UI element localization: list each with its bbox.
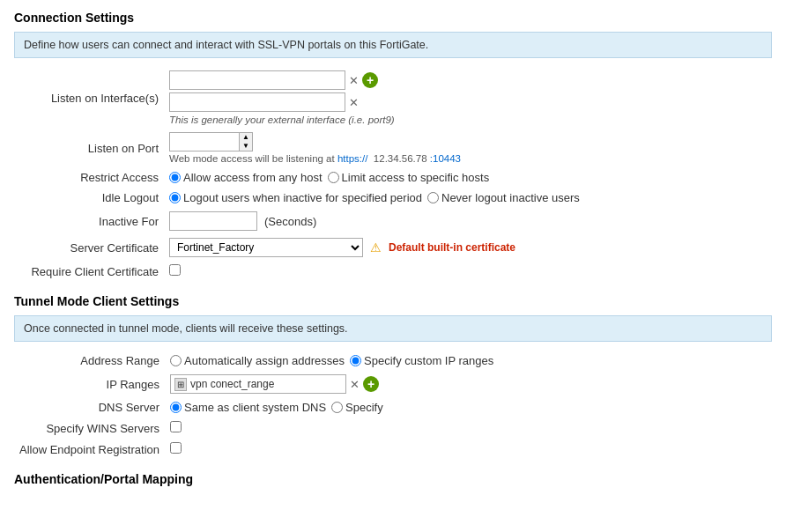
connection-settings-title: Connection Settings — [14, 11, 772, 25]
require-client-cert-checkbox[interactable] — [169, 264, 181, 276]
allow-endpoint-value — [165, 439, 772, 460]
inactive-for-unit: (Seconds) — [264, 215, 316, 228]
warning-icon: ⚠ — [370, 240, 382, 255]
listen-interface-clear2-button[interactable]: ✕ — [349, 97, 359, 108]
restrict-access-radio2[interactable] — [328, 172, 339, 183]
tunnel-mode-title: Tunnel Mode Client Settings — [14, 294, 772, 308]
tunnel-mode-section: Tunnel Mode Client Settings Once connect… — [14, 294, 772, 460]
port-spinner: ▲ ▼ — [240, 132, 253, 151]
dns-server-radio-group: Same as client system DNS Specify — [170, 401, 767, 414]
specify-wins-row: Specify WINS Servers — [14, 417, 772, 439]
require-client-cert-label: Require Client Certificate — [14, 261, 164, 282]
require-client-cert-row: Require Client Certificate — [14, 261, 772, 282]
dns-server-option2[interactable]: Specify — [331, 401, 383, 414]
restrict-access-radio-group: Allow access from any host Limit access … — [169, 171, 767, 184]
listen-port-label: Listen on Port — [14, 129, 164, 167]
connection-settings-section: Connection Settings Define how users can… — [14, 11, 772, 282]
allow-endpoint-label: Allow Endpoint Registration — [14, 439, 165, 460]
listen-interface-value: ✕ + ✕ This is generally your external in… — [164, 67, 772, 129]
idle-logout-radio-group: Logout users when inactive for specified… — [169, 191, 767, 204]
listen-interface-hint: This is generally your external interfac… — [169, 115, 767, 125]
specify-wins-checkbox[interactable] — [170, 421, 182, 432]
address-range-row: Address Range Automatically assign addre… — [14, 351, 772, 371]
require-client-cert-value — [164, 261, 772, 282]
idle-logout-value: Logout users when inactive for specified… — [164, 188, 772, 208]
inactive-for-label: Inactive For — [14, 208, 164, 234]
server-cert-label: Server Certificate — [14, 234, 164, 261]
idle-logout-radio2[interactable] — [427, 192, 439, 203]
cert-row: Fortinet_Factory ⚠ Default built-in cert… — [169, 238, 767, 257]
ip-ranges-value: ⊞ vpn conect_range ✕ + — [165, 371, 772, 397]
address-range-radio2[interactable] — [350, 355, 361, 366]
tunnel-mode-banner: Once connected in tunnel mode, clients w… — [14, 315, 772, 342]
ip-ranges-row: IP Ranges ⊞ vpn conect_range ✕ + — [14, 371, 772, 397]
address-range-option1-label: Automatically assign addresses — [184, 354, 345, 367]
port-decrement-button[interactable]: ▼ — [240, 142, 252, 151]
idle-logout-option2-label: Never logout inactive users — [441, 191, 580, 204]
ip-ranges-add-button[interactable]: + — [363, 376, 379, 392]
address-range-option1[interactable]: Automatically assign addresses — [170, 354, 345, 367]
restrict-access-label: Restrict Access — [14, 167, 164, 188]
listen-interface-add-button[interactable]: + — [362, 72, 378, 88]
idle-logout-option2[interactable]: Never logout inactive users — [427, 191, 580, 204]
server-cert-row: Server Certificate Fortinet_Factory ⚠ De… — [14, 234, 772, 261]
server-cert-warning: Default built-in certificate — [389, 241, 515, 254]
restrict-access-radio1[interactable] — [169, 172, 181, 183]
connection-settings-banner: Define how users can connect and interac… — [14, 32, 772, 58]
inactive-for-value: 15 (Seconds) — [164, 208, 772, 234]
restrict-access-option1-label: Allow access from any host — [183, 171, 323, 184]
dns-server-value: Same as client system DNS Specify — [165, 397, 772, 417]
web-mode-hint: Web mode access will be listening at htt… — [169, 153, 767, 164]
inactive-for-input[interactable]: 15 — [169, 211, 257, 231]
ip-ranges-label: IP Ranges — [14, 371, 165, 397]
specify-wins-value — [165, 417, 772, 439]
tag-icon: ⊞ — [174, 378, 187, 391]
tunnel-mode-table: Address Range Automatically assign addre… — [14, 351, 772, 460]
server-cert-select[interactable]: Fortinet_Factory — [169, 238, 363, 257]
dns-server-radio2[interactable] — [331, 402, 343, 413]
restrict-access-option2[interactable]: Limit access to specific hosts — [328, 171, 490, 184]
listen-port-input[interactable]: 10443 — [169, 132, 240, 151]
idle-logout-row: Idle Logout Logout users when inactive f… — [14, 188, 772, 208]
address-range-option2[interactable]: Specify custom IP ranges — [350, 354, 493, 367]
idle-logout-option1-label: Logout users when inactive for specified… — [183, 191, 422, 204]
connection-settings-table: Listen on Interface(s) ✕ + ✕ This is gen… — [14, 67, 772, 282]
address-range-option2-label: Specify custom IP ranges — [364, 354, 493, 367]
allow-endpoint-checkbox[interactable] — [170, 442, 182, 454]
inactive-for-row: Inactive For 15 (Seconds) — [14, 208, 772, 234]
dns-server-label: DNS Server — [14, 397, 165, 417]
listen-interface-input2-wrap: ✕ — [169, 92, 767, 112]
ip-ranges-clear-button[interactable]: ✕ — [350, 379, 360, 390]
dns-server-option1-label: Same as client system DNS — [184, 401, 326, 414]
port-increment-button[interactable]: ▲ — [240, 133, 252, 142]
dns-server-radio1[interactable] — [170, 402, 182, 413]
listen-port-value: 10443 ▲ ▼ Web mode access will be listen… — [164, 129, 772, 167]
specify-wins-label: Specify WINS Servers — [14, 417, 165, 439]
address-range-value: Automatically assign addresses Specify c… — [165, 351, 772, 371]
address-range-label: Address Range — [14, 351, 165, 371]
dns-server-row: DNS Server Same as client system DNS Spe… — [14, 397, 772, 417]
listen-interface-label: Listen on Interface(s) — [14, 67, 164, 129]
restrict-access-row: Restrict Access Allow access from any ho… — [14, 167, 772, 188]
ip-ranges-tag-input[interactable]: ⊞ vpn conect_range — [170, 374, 346, 394]
listen-interface-clear1-button[interactable]: ✕ — [349, 75, 359, 86]
ip-ranges-tag-text: vpn conect_range — [190, 378, 274, 390]
inactive-for-wrap: 15 (Seconds) — [169, 211, 767, 231]
idle-logout-option1[interactable]: Logout users when inactive for specified… — [169, 191, 422, 204]
restrict-access-option1[interactable]: Allow access from any host — [169, 171, 323, 184]
idle-logout-radio1[interactable] — [169, 192, 181, 203]
ip-ranges-wrap: ⊞ vpn conect_range ✕ + — [170, 374, 767, 394]
listen-interface-input2[interactable] — [169, 92, 345, 112]
listen-interface-input1[interactable] — [169, 70, 345, 90]
web-mode-prefix: Web mode access will be listening at — [169, 153, 335, 164]
dns-server-option1[interactable]: Same as client system DNS — [170, 401, 326, 414]
web-mode-link[interactable]: https:// — [337, 153, 368, 164]
dns-server-option2-label: Specify — [345, 401, 383, 414]
listen-interface-input1-wrap: ✕ + — [169, 70, 767, 90]
auth-portal-title: Authentication/Portal Mapping — [14, 472, 772, 486]
listen-port-row: Listen on Port 10443 ▲ ▼ Web mode access… — [14, 129, 772, 167]
address-range-radio1[interactable] — [170, 355, 182, 366]
web-mode-port: :10443 — [427, 153, 461, 164]
port-input-wrap: 10443 ▲ ▼ — [169, 132, 767, 151]
restrict-access-value: Allow access from any host Limit access … — [164, 167, 772, 188]
